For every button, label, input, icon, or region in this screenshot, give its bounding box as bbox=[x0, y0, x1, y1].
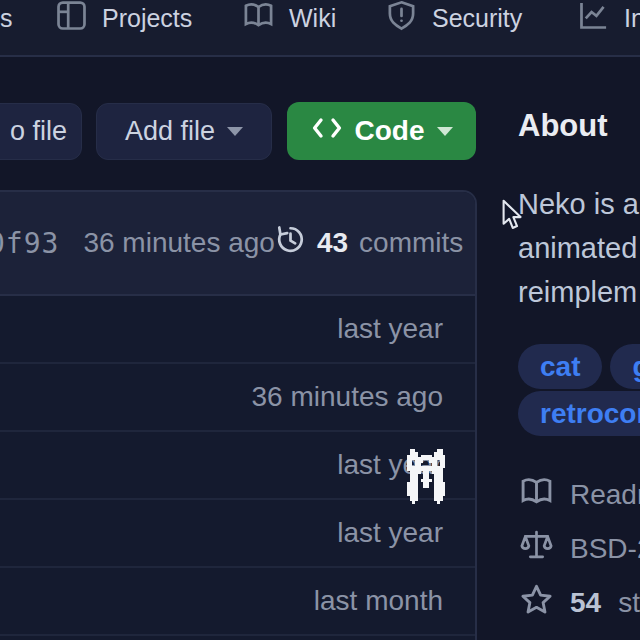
topic-pills-row: retrocomp bbox=[518, 391, 640, 436]
graph-icon bbox=[578, 0, 609, 37]
tab-insights[interactable]: In bbox=[578, 1, 640, 35]
license-label: BSD-2 bbox=[570, 533, 640, 565]
table-row[interactable]: 36 minutes ago bbox=[0, 364, 475, 432]
topic-pills-row: cat go bbox=[518, 344, 640, 389]
book-icon bbox=[243, 0, 274, 37]
row-updated[interactable]: last year bbox=[337, 313, 443, 345]
star-icon bbox=[520, 583, 553, 623]
law-icon bbox=[520, 529, 553, 569]
about-description-line: reimplem bbox=[518, 270, 639, 314]
about-description-line: Neko is a bbox=[518, 182, 639, 226]
tab-insights-label: In bbox=[624, 4, 640, 33]
code-brackets-icon bbox=[311, 115, 343, 148]
topic-go[interactable]: go bbox=[610, 344, 640, 389]
shield-icon bbox=[386, 0, 417, 37]
row-updated[interactable]: last month bbox=[314, 585, 443, 617]
topic-retrocomputing[interactable]: retrocomp bbox=[518, 391, 640, 436]
tab-wiki-label: Wiki bbox=[289, 4, 336, 33]
commit-history-link[interactable]: 43 commits bbox=[275, 224, 463, 262]
table-icon bbox=[56, 0, 87, 37]
add-file-button[interactable]: Add file bbox=[96, 103, 272, 160]
commit-time: 36 minutes ago bbox=[83, 227, 274, 259]
about-description: Neko is a animated reimplem bbox=[518, 182, 639, 314]
row-updated[interactable]: last year bbox=[337, 517, 443, 549]
about-heading: About bbox=[518, 108, 608, 144]
tab-projects[interactable]: Projects bbox=[56, 1, 192, 35]
repo-tab-bar: s Projects Wiki bbox=[0, 0, 640, 57]
row-updated[interactable]: 36 minutes ago bbox=[252, 381, 443, 413]
readme-link[interactable]: Readm bbox=[520, 478, 640, 512]
tab-partial-label: s bbox=[0, 4, 13, 33]
code-button-label: Code bbox=[355, 115, 425, 147]
topic-cat[interactable]: cat bbox=[518, 344, 602, 389]
add-file-label: Add file bbox=[125, 116, 215, 147]
code-button[interactable]: Code bbox=[287, 102, 476, 160]
tab-projects-label: Projects bbox=[102, 4, 192, 33]
table-row[interactable]: last month bbox=[0, 568, 475, 636]
stars-label: sta bbox=[618, 587, 640, 619]
commits-label: commits bbox=[359, 227, 463, 259]
neko-cat-sprite bbox=[404, 448, 448, 509]
tab-wiki[interactable]: Wiki bbox=[243, 1, 336, 35]
tab-security[interactable]: Security bbox=[386, 1, 522, 35]
readme-label: Readm bbox=[570, 479, 640, 511]
star-count: 54 bbox=[570, 587, 601, 619]
github-repo-page: s Projects Wiki bbox=[0, 0, 640, 640]
tab-security-label: Security bbox=[432, 4, 522, 33]
about-description-line: animated bbox=[518, 226, 639, 270]
commit-count: 43 bbox=[317, 227, 348, 259]
latest-commit-bar: 0f93 36 minutes ago 43 commits bbox=[0, 192, 475, 296]
table-row[interactable]: last year bbox=[0, 296, 475, 364]
file-list-table: 0f93 36 minutes ago 43 commits last year… bbox=[0, 190, 477, 640]
chevron-down-icon bbox=[227, 127, 243, 136]
tab-partial-left[interactable]: s bbox=[0, 1, 13, 35]
go-to-file-label: o file bbox=[10, 116, 67, 147]
table-row[interactable]: last year bbox=[0, 500, 475, 568]
book-icon bbox=[520, 475, 553, 515]
history-clock-icon bbox=[275, 224, 306, 262]
chevron-down-icon bbox=[437, 127, 453, 136]
stars-link[interactable]: 54 sta bbox=[520, 586, 640, 620]
license-link[interactable]: BSD-2 bbox=[520, 532, 640, 566]
commit-hash[interactable]: 0f93 bbox=[0, 227, 59, 260]
go-to-file-button[interactable]: o file bbox=[0, 103, 82, 160]
